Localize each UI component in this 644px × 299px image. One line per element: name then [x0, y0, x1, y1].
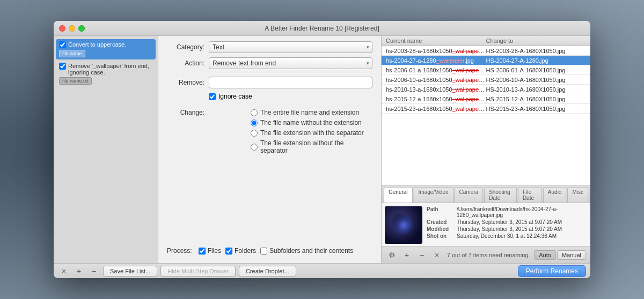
file-current-6: hs-2015-12-a-1680x1050_wallpaper.jpg: [386, 96, 486, 102]
traffic-lights: [59, 25, 85, 32]
remove-row: Remove: _wallpaper: [167, 77, 372, 88]
info-shoton-row: Shot on Saturday, December 30, 1 at 12:2…: [427, 233, 587, 239]
save-file-list-button[interactable]: Save File List...: [103, 266, 157, 276]
auto-mode-button[interactable]: Auto: [534, 250, 556, 260]
gear-icon[interactable]: ⚙: [386, 249, 398, 261]
process-subfolders-label: Subfolders and their contents: [269, 247, 353, 255]
change-section: Change: The entire file name and extensi…: [167, 109, 372, 154]
hide-drawer-button[interactable]: Hide Multi-Step Drawer: [160, 266, 236, 276]
change-option-2-label: The file name without the extension: [260, 119, 362, 126]
file-change-2: HS-2004-27-A-1280.jpg: [486, 57, 587, 64]
change-radio-1[interactable]: [251, 109, 258, 116]
col-current-name-header: Current name: [386, 38, 486, 44]
info-tabs: General Image/Video Camera Shooting Date…: [382, 185, 590, 203]
action-label: Action:: [167, 59, 204, 67]
info-panel: General Image/Video Camera Shooting Date…: [382, 185, 590, 263]
category-row: Category: Text ▾: [167, 41, 372, 53]
file-row-3[interactable]: hs-2006-01-a-1680x1050_wallpaper.jpg HS-…: [382, 65, 590, 75]
info-modified-value: Thursday, September 3, 2015 at 9:07:20 A…: [457, 226, 562, 232]
info-tab-audio[interactable]: Audio: [543, 187, 567, 203]
category-label: Category:: [167, 43, 204, 51]
change-option-1-label: The entire file name and extension: [260, 109, 359, 116]
process-subfolders-option[interactable]: Subfolders and their contents: [260, 247, 353, 255]
sidebar-item-remove-wallpaper[interactable]: Remove '_wallpaper' from end, ignoring c…: [56, 61, 156, 87]
sidebar-item-checkbox-2[interactable]: [59, 63, 66, 70]
file-change-3: HS-2006-01-A-1680X1050.jpg: [486, 67, 587, 73]
info-thumbnail: [385, 206, 422, 244]
change-radio-4[interactable]: [251, 144, 258, 151]
status-text: 7 out of 7 items need renaming.: [446, 252, 531, 258]
info-path-label: Path: [427, 206, 453, 218]
ignore-case-checkbox[interactable]: [209, 93, 216, 100]
sidebar-minus-icon[interactable]: −: [88, 265, 100, 277]
change-radio-2[interactable]: [251, 119, 258, 126]
file-row-4[interactable]: hs-2006-10-a-1680x1050_wallpaper.jpg HS-…: [382, 75, 590, 85]
perform-renames-button[interactable]: Perform Renames: [518, 265, 586, 277]
change-option-4[interactable]: The file extension without the separator: [251, 139, 372, 154]
file-current-2: hs-2004-27-a-1280_wallpaper.jpg: [386, 57, 486, 64]
process-folders-checkbox[interactable]: [225, 248, 232, 255]
category-select[interactable]: Text: [209, 41, 372, 53]
info-tab-general[interactable]: General: [384, 187, 413, 203]
sidebar-item-label-2: Remove '_wallpaper' from end, ignoring c…: [68, 63, 152, 76]
file-row-5[interactable]: hs-2010-13-a-1680x1050_wallpaper.jpg HS-…: [382, 85, 590, 94]
minimize-button[interactable]: [69, 25, 75, 32]
info-tab-misc[interactable]: Misc: [567, 187, 588, 203]
nebula-image: [393, 214, 414, 236]
info-tab-camera[interactable]: Camera: [455, 187, 484, 203]
process-files-checkbox[interactable]: [199, 248, 206, 255]
sidebar-item-badge-1: file name: [59, 50, 85, 57]
sidebar-add-icon[interactable]: +: [73, 265, 85, 277]
action-select-wrapper: Remove text from end ▾: [209, 57, 372, 69]
sidebar-close-icon[interactable]: ×: [58, 265, 70, 277]
create-droplet-button[interactable]: Create Droplet...: [239, 266, 296, 276]
file-current-1: hs-2003-28-a-1680x1050_wallpaper.jpg: [386, 48, 486, 54]
very-bottom-bar: × + − Save File List... Hide Multi-Step …: [54, 263, 590, 278]
right-panel: Current name Change to hs-2003-28-a-1680…: [381, 36, 590, 263]
file-list[interactable]: hs-2003-28-a-1680x1050_wallpaper.jpg HS-…: [382, 46, 590, 185]
file-row-7[interactable]: hs-2015-23-a-1680x1050_wallpaper.jpg HS-…: [382, 104, 590, 114]
process-files-label: Files: [208, 247, 221, 255]
sidebar-item-convert-uppercase[interactable]: Convert to uppercase. file name: [56, 39, 156, 59]
action-select[interactable]: Remove text from end: [209, 57, 372, 69]
file-row-1[interactable]: hs-2003-28-a-1680x1050_wallpaper.jpg HS-…: [382, 46, 590, 56]
change-option-3[interactable]: The file extension with the separator: [251, 129, 372, 137]
change-radio-3[interactable]: [251, 130, 258, 137]
file-row-2[interactable]: hs-2004-27-a-1280_wallpaper.jpg HS-2004-…: [382, 56, 590, 65]
remove-input[interactable]: _wallpaper: [209, 77, 372, 88]
add-icon[interactable]: +: [401, 249, 413, 261]
change-label: Change:: [167, 109, 204, 154]
file-current-3: hs-2006-01-a-1680x1050_wallpaper.jpg: [386, 67, 486, 73]
app-window: A Better Finder Rename 10 [Registered] C…: [54, 21, 590, 278]
info-created-label: Created: [427, 219, 453, 225]
process-files-option[interactable]: Files: [199, 247, 221, 255]
change-option-2[interactable]: The file name without the extension: [251, 119, 372, 126]
info-tab-shootingdate[interactable]: Shooting Date: [484, 187, 517, 203]
file-change-1: HS-2003-28-A-1680X1050.jpg: [486, 48, 587, 54]
file-current-4: hs-2006-10-a-1680x1050_wallpaper.jpg: [386, 77, 486, 83]
process-subfolders-checkbox[interactable]: [260, 248, 267, 255]
sidebar-item-checkbox-1[interactable]: [59, 41, 66, 48]
col-change-to-header: Change to: [486, 38, 587, 44]
remove-icon[interactable]: −: [416, 249, 428, 261]
change-option-4-label: The file extension without the separator: [260, 139, 372, 154]
process-folders-option[interactable]: Folders: [225, 247, 256, 255]
maximize-button[interactable]: [78, 25, 85, 32]
info-tab-imagevideo[interactable]: Image/Video: [414, 187, 453, 203]
info-created-value: Thursday, September 3, 2015 at 9:07:20 A…: [457, 219, 562, 225]
manual-mode-button[interactable]: Manual: [557, 250, 586, 260]
info-tab-filedate[interactable]: File Date: [518, 187, 542, 203]
change-option-3-label: The file extension with the separator: [260, 129, 364, 137]
change-radio-group: The entire file name and extension The f…: [251, 109, 372, 154]
info-modified-row: Modified Thursday, September 3, 2015 at …: [427, 226, 587, 232]
file-row-6[interactable]: hs-2015-12-a-1680x1050_wallpaper.jpg HS-…: [382, 94, 590, 104]
file-change-4: HS-2006-10-A-1680X1050.jpg: [486, 77, 587, 83]
close-icon[interactable]: ×: [431, 249, 443, 261]
category-select-wrapper: Text ▾: [209, 41, 372, 53]
file-current-7: hs-2015-23-a-1680x1050_wallpaper.jpg: [386, 106, 486, 112]
process-label: Process:: [167, 247, 192, 255]
info-shoton-label: Shot on: [427, 233, 453, 239]
info-modified-label: Modified: [427, 226, 453, 232]
close-button[interactable]: [59, 25, 65, 32]
change-option-1[interactable]: The entire file name and extension: [251, 109, 372, 116]
